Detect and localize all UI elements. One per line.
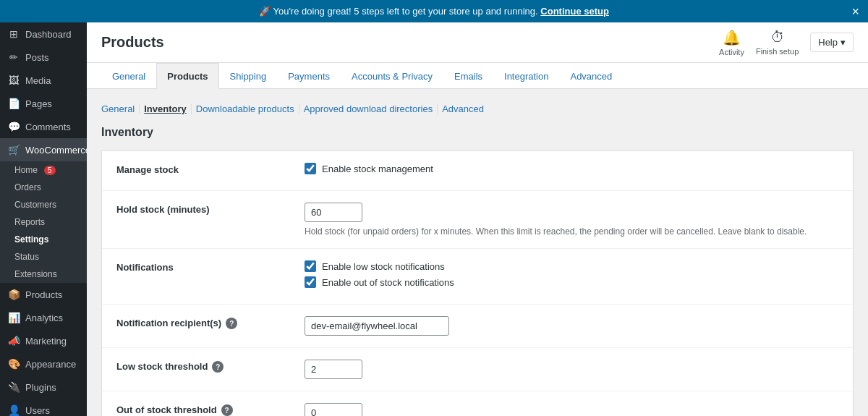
page-title: Products [101, 34, 164, 51]
media-icon: 🖼 [7, 74, 20, 87]
low-stock-notifications-checkbox[interactable] [305, 260, 316, 272]
settings-body: General Inventory Downloadable products … [87, 89, 868, 416]
sidebar-item-orders[interactable]: Orders [7, 179, 87, 196]
sub-nav: General Inventory Downloadable products … [101, 103, 854, 114]
subnav-general[interactable]: General [101, 103, 140, 114]
sidebar-item-media[interactable]: 🖼 Media [0, 69, 87, 92]
sidebar-item-label: Reports [14, 217, 45, 227]
settings-table: Manage stock Enable stock management [101, 150, 854, 416]
sidebar-item-label: Comments [25, 122, 71, 132]
pages-icon: 📄 [7, 97, 20, 110]
activity-button[interactable]: 🔔 Activity [719, 29, 744, 56]
sidebar-item-label: Customers [14, 200, 56, 210]
dashboard-icon: ⊞ [7, 27, 20, 41]
tab-emails[interactable]: Emails [443, 63, 493, 89]
notification-recipient-help-icon[interactable]: ? [226, 318, 237, 329]
sidebar-item-label: Appearance [25, 359, 76, 370]
sidebar-item-customers[interactable]: Customers [7, 196, 87, 213]
sidebar-item-woocommerce[interactable]: 🛒 WooCommerce [0, 138, 87, 161]
setting-row-out-of-stock-threshold: Out of stock threshold ? [102, 391, 853, 416]
sidebar: ⊞ Dashboard ✏ Posts 🖼 Media 📄 Pages 💬 Co… [0, 22, 87, 416]
sidebar-item-status[interactable]: Status [7, 248, 87, 266]
out-of-stock-threshold-field [305, 403, 838, 416]
settings-container: General Products Shipping Payments Accou… [87, 63, 868, 416]
sidebar-item-label: Products [25, 289, 62, 300]
low-stock-threshold-help-icon[interactable]: ? [212, 361, 224, 373]
tab-payments[interactable]: Payments [277, 63, 341, 89]
sidebar-woo-submenu: Home 5 Orders Customers Reports Settings… [0, 161, 87, 283]
notice-link[interactable]: Continue setup [540, 6, 609, 17]
sidebar-item-label: Home [14, 165, 38, 175]
low-stock-notifications-label[interactable]: Enable low stock notifications [305, 260, 838, 272]
content-area: Products 🔔 Activity ⏱ Finish setup Help … [87, 22, 868, 416]
users-icon: 👤 [7, 404, 20, 416]
sidebar-item-pages[interactable]: 📄 Pages [0, 92, 87, 115]
tab-integration[interactable]: Integration [493, 63, 559, 89]
sidebar-item-analytics[interactable]: 📊 Analytics [0, 306, 87, 329]
out-of-stock-notifications-checkbox[interactable] [305, 276, 316, 288]
sidebar-item-marketing[interactable]: 📣 Marketing [0, 329, 87, 352]
hold-stock-desc: Hold stock (for unpaid orders) for x min… [305, 226, 838, 237]
low-stock-threshold-input[interactable] [305, 360, 362, 379]
subnav-downloadable-products[interactable]: Downloadable products [192, 103, 299, 114]
tab-accounts-privacy[interactable]: Accounts & Privacy [341, 63, 443, 89]
notification-recipient-input[interactable] [305, 316, 449, 336]
help-chevron-icon: ▾ [841, 37, 846, 48]
tab-advanced[interactable]: Advanced [559, 63, 623, 89]
setting-row-notification-recipient: Notification recipient(s) ? [102, 305, 853, 348]
section-title: Inventory [101, 126, 854, 139]
low-stock-threshold-label: Low stock threshold ? [116, 360, 305, 373]
analytics-icon: 📊 [7, 311, 20, 324]
sidebar-item-comments[interactable]: 💬 Comments [0, 115, 87, 138]
sidebar-item-plugins[interactable]: 🔌 Plugins [0, 375, 87, 399]
out-of-stock-threshold-label: Out of stock threshold ? [116, 403, 305, 416]
sidebar-item-products[interactable]: 📦 Products [0, 283, 87, 306]
out-of-stock-threshold-input[interactable] [305, 403, 362, 416]
sidebar-item-users[interactable]: 👤 Users [0, 399, 87, 416]
settings-nav-tabs: General Products Shipping Payments Accou… [87, 63, 868, 89]
subnav-advanced[interactable]: Advanced [438, 103, 488, 114]
subnav-approved-download-directories[interactable]: Approved download directories [299, 103, 438, 114]
out-of-stock-notifications-text: Enable out of stock notifications [322, 277, 454, 288]
notifications-label: Notifications [116, 260, 305, 273]
sidebar-item-extensions[interactable]: Extensions [7, 266, 87, 283]
top-toolbar: Products 🔔 Activity ⏱ Finish setup Help … [87, 22, 868, 63]
enable-stock-management-checkbox[interactable] [305, 163, 316, 174]
help-button[interactable]: Help ▾ [810, 33, 854, 52]
manage-stock-field: Enable stock management [305, 163, 838, 179]
setting-row-manage-stock: Manage stock Enable stock management [102, 151, 853, 191]
sidebar-item-label: Marketing [25, 336, 67, 347]
low-stock-notifications-text: Enable low stock notifications [322, 261, 445, 272]
tab-shipping[interactable]: Shipping [219, 63, 278, 89]
home-badge: 5 [44, 166, 56, 175]
sidebar-item-label: Extensions [14, 269, 57, 279]
manage-stock-label: Manage stock [116, 163, 305, 175]
sidebar-item-home[interactable]: Home 5 [7, 161, 87, 179]
sidebar-item-appearance[interactable]: 🎨 Appearance [0, 352, 87, 375]
hold-stock-input[interactable] [305, 203, 362, 222]
sidebar-item-dashboard[interactable]: ⊞ Dashboard [0, 22, 87, 46]
out-of-stock-threshold-help-icon[interactable]: ? [221, 404, 233, 416]
marketing-icon: 📣 [7, 334, 20, 347]
woocommerce-icon: 🛒 [7, 143, 20, 156]
appearance-icon: 🎨 [7, 357, 20, 370]
setting-row-hold-stock: Hold stock (minutes) Hold stock (for unp… [102, 191, 853, 249]
sidebar-item-label: Status [14, 252, 39, 262]
finish-setup-label: Finish setup [756, 47, 799, 56]
out-of-stock-notifications-label[interactable]: Enable out of stock notifications [305, 276, 838, 288]
sidebar-item-reports[interactable]: Reports [7, 213, 87, 231]
tab-products[interactable]: Products [156, 63, 218, 89]
sidebar-item-label: Settings [14, 234, 48, 245]
sidebar-item-label: Users [25, 405, 50, 416]
sidebar-item-posts[interactable]: ✏ Posts [0, 46, 87, 69]
notification-recipient-label: Notification recipient(s) ? [116, 316, 305, 329]
sidebar-item-settings[interactable]: Settings [7, 231, 87, 248]
finish-setup-button[interactable]: ⏱ Finish setup [756, 29, 799, 56]
enable-stock-management-label[interactable]: Enable stock management [305, 163, 838, 174]
toolbar-right: 🔔 Activity ⏱ Finish setup Help ▾ [719, 29, 854, 56]
activity-icon: 🔔 [723, 29, 741, 46]
notice-close-button[interactable]: × [851, 5, 859, 18]
tab-general[interactable]: General [101, 63, 156, 89]
subnav-inventory[interactable]: Inventory [140, 103, 192, 114]
sidebar-item-label: WooCommerce [25, 145, 87, 156]
